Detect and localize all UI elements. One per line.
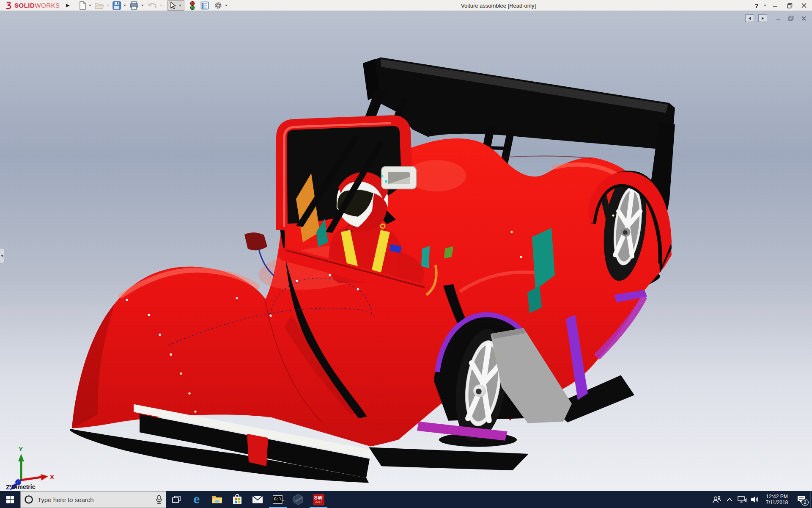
tray-expand-button[interactable] <box>723 491 736 508</box>
save-button[interactable] <box>112 0 122 11</box>
minimize-icon <box>773 3 778 8</box>
doc-close-button[interactable] <box>799 14 808 22</box>
action-center-button[interactable]: 2 <box>793 491 810 508</box>
people-button[interactable] <box>710 491 723 508</box>
task-view-icon <box>172 495 181 504</box>
edge-icon: e <box>193 494 200 505</box>
doc-restore-button[interactable] <box>787 14 795 22</box>
taskbar-icon-solidworks[interactable]: SW 2017 <box>308 491 329 508</box>
options-button[interactable] <box>213 0 223 11</box>
taskbar-icon-file-explorer[interactable] <box>207 491 227 508</box>
chevron-up-icon <box>727 498 732 502</box>
solidworks-logo: SOLIDWORKS <box>0 0 64 11</box>
undo-caret <box>160 5 162 6</box>
sw-year: 2017 <box>315 500 322 504</box>
volume-button[interactable] <box>749 491 761 508</box>
tray-time: 12:42 PM <box>762 494 792 500</box>
new-document-icon <box>79 1 86 10</box>
taskbar-icon-mail[interactable] <box>247 491 268 508</box>
print-button[interactable] <box>129 0 140 11</box>
logo-text-works: WORKS <box>35 2 60 9</box>
close-icon <box>801 16 806 21</box>
x-axis-arrow <box>41 474 48 480</box>
taskbar-icon-command-prompt[interactable]: C:\_ <box>268 491 288 508</box>
print-caret[interactable] <box>141 5 144 6</box>
windows-taskbar: e C:\_ <box>0 491 812 508</box>
command-prompt-icon: C:\_ <box>273 495 283 504</box>
side-mirror <box>244 232 267 250</box>
select-cursor-icon <box>169 1 176 10</box>
minimize-button[interactable] <box>770 1 781 10</box>
system-tray: 12:42 PM 7/11/2018 2 <box>710 491 812 508</box>
titlebar: SOLIDWORKS ▶ <box>0 0 812 11</box>
sw-letters: SW <box>314 495 323 500</box>
minimize-icon <box>776 16 781 21</box>
close-button[interactable] <box>798 1 809 10</box>
display-settings-icon <box>200 1 209 10</box>
cortana-icon <box>24 495 33 504</box>
arrow-left-icon <box>748 17 752 20</box>
task-view-button[interactable] <box>166 491 187 508</box>
coordinate-triad: Y X Z <box>3 435 58 490</box>
solidworks-2017-icon: SW 2017 <box>313 494 324 505</box>
new-document-caret[interactable] <box>89 5 91 6</box>
people-icon <box>713 496 721 503</box>
network-button[interactable] <box>736 491 749 508</box>
help-button[interactable]: ? <box>751 1 762 10</box>
new-document-button[interactable] <box>78 0 87 11</box>
mail-icon <box>252 495 263 504</box>
open-folder-icon <box>95 2 104 9</box>
view-orientation-label: *Dimetric <box>9 483 35 490</box>
arrow-right-icon <box>761 17 765 20</box>
help-caret[interactable] <box>764 5 766 6</box>
show-desktop-button[interactable] <box>810 491 812 508</box>
doc-minimize-button[interactable] <box>774 14 782 22</box>
start-button[interactable] <box>0 491 20 508</box>
taskbar-icon-store[interactable] <box>227 491 247 508</box>
main-toolbar <box>78 0 229 11</box>
window-controls: ? <box>751 0 809 11</box>
open-document-button[interactable] <box>94 0 105 11</box>
restore-button[interactable] <box>784 1 795 10</box>
intake-divider <box>247 433 268 466</box>
restore-icon <box>788 16 794 21</box>
windows-logo-icon <box>6 496 14 503</box>
tray-clock[interactable]: 12:42 PM 7/11/2018 <box>761 494 793 505</box>
help-glyph: ? <box>754 2 758 9</box>
y-axis-label: Y <box>19 445 23 453</box>
tray-date: 7/11/2018 <box>762 500 792 505</box>
save-caret[interactable] <box>123 5 126 6</box>
ds-logo-icon <box>3 1 14 10</box>
open-document-caret <box>107 5 109 6</box>
printer-icon <box>129 1 139 10</box>
taskbar-icon-edge[interactable]: e <box>187 491 207 508</box>
car-assembly-model <box>0 11 812 491</box>
network-icon <box>738 496 747 503</box>
next-window-button[interactable] <box>758 14 767 22</box>
menu-expand-button[interactable]: ▶ <box>64 1 72 10</box>
undo-arrow-icon <box>147 2 157 9</box>
options-caret[interactable] <box>225 5 228 6</box>
undo-button <box>146 0 158 11</box>
restore-icon <box>787 3 793 8</box>
graphics-viewport[interactable]: ◀ Y X Z *Dimetric <box>0 11 812 491</box>
display-settings-button[interactable] <box>200 0 210 11</box>
appearance-spheres-icon <box>189 1 195 10</box>
speaker-icon <box>751 496 759 503</box>
logo-text-solid: SOLID <box>14 2 35 9</box>
gear-icon <box>214 1 222 10</box>
select-tool-caret[interactable] <box>179 5 181 6</box>
microphone-icon[interactable] <box>156 495 162 504</box>
taskbar-search[interactable] <box>20 491 166 508</box>
window-title: Voiture assomblee [Read-only] <box>461 0 536 11</box>
store-icon <box>232 494 242 505</box>
taskbar-icon-hexagon-app[interactable] <box>288 491 308 508</box>
rearview-mirror <box>381 167 416 189</box>
appearance-button[interactable] <box>189 0 196 11</box>
select-tool-button[interactable] <box>167 0 184 11</box>
search-input[interactable] <box>38 496 151 503</box>
feature-panel-collapse-tab[interactable]: ◀ <box>0 248 4 263</box>
previous-window-button[interactable] <box>745 14 754 22</box>
notification-badge: 2 <box>801 499 809 506</box>
desktop: SOLIDWORKS ▶ <box>0 0 812 508</box>
